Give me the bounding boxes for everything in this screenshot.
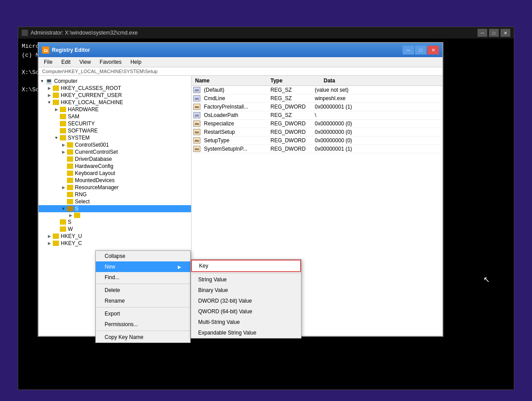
value-name: SetupType (202, 137, 269, 144)
value-type: REG_DWORD (269, 103, 313, 110)
folder-hardware (60, 107, 66, 112)
tree-mounted[interactable]: MountedDevices (39, 177, 191, 184)
cmd-minimize-button[interactable]: ─ (477, 29, 487, 37)
tree-w[interactable]: W (39, 226, 191, 233)
tree-rng[interactable]: RNG (39, 191, 191, 198)
tree-controlset001[interactable]: ▶ ControlSet001 (39, 141, 191, 148)
tree-system[interactable]: ▼ SYSTEM (39, 134, 191, 141)
submenu-dword[interactable]: DWORD (32-bit) Value (191, 296, 301, 306)
tree-s2[interactable]: S (39, 218, 191, 226)
menu-help[interactable]: Help (127, 58, 145, 66)
value-type: REG_SZ (269, 86, 313, 93)
tree-hklm[interactable]: ▼ HKEY_LOCAL_MACHINE (39, 99, 191, 106)
context-menu[interactable]: Collapse New ▶ Find... Delete Rename Exp… (95, 250, 191, 343)
tree-computer[interactable]: ▼ 💻 Computer (39, 78, 191, 85)
tree-hardware[interactable]: ▶ HARDWARE (39, 106, 191, 113)
ctx-collapse[interactable]: Collapse (96, 251, 190, 261)
menu-view[interactable]: View (76, 58, 94, 66)
ctx-find[interactable]: Find... (96, 272, 190, 283)
tree-resourcemgr[interactable]: ▶ ResourceManager (39, 184, 191, 191)
tree-label-w: W (68, 226, 73, 232)
tree-keyboard[interactable]: Keyboard Layout (39, 170, 191, 177)
tree-setup-child1[interactable]: ▶ (39, 212, 191, 218)
value-icon: ab (193, 87, 200, 93)
folder-mounted (67, 178, 73, 183)
tree-label-hklm: HKEY_LOCAL_MACHINE (61, 99, 123, 105)
tree-select[interactable]: Select (39, 198, 191, 205)
value-icon: dw (193, 104, 200, 110)
table-row[interactable]: ab (Default) REG_SZ (value not set) (192, 86, 442, 94)
tree-hkcc[interactable]: ▶ HKEY_C (39, 240, 191, 247)
table-row[interactable]: dw Respecialize REG_DWORD 0x00000000 (0) (192, 120, 442, 128)
table-row[interactable]: dw FactoryPreInstall... REG_DWORD 0x0000… (192, 103, 442, 111)
folder-hkcu (53, 93, 59, 98)
folder-driverdb (67, 156, 73, 162)
cmd-maximize-button[interactable]: □ (489, 29, 499, 37)
tree-label-rng: RNG (75, 191, 87, 198)
submenu-key[interactable]: Key (191, 260, 301, 272)
tree-driverdb[interactable]: DriverDatabase (39, 156, 191, 163)
tree-hkcu[interactable]: ▶ HKEY_CURRENT_USER (39, 92, 191, 99)
tree-label-setup: S (75, 206, 78, 212)
table-row[interactable]: dw SystemSetupInP... REG_DWORD 0x0000000… (192, 145, 442, 153)
folder-keyboard (67, 171, 73, 176)
table-row[interactable]: dw RestartSetup REG_DWORD 0x00000000 (0) (192, 128, 442, 136)
ctx-copy-key-name[interactable]: Copy Key Name (96, 332, 190, 343)
folder-ccs (67, 149, 73, 155)
value-data: 0x00000000 (0) (313, 120, 442, 127)
folder-cs001 (67, 142, 73, 148)
value-icon: dw (193, 146, 200, 152)
ctx-sep1 (96, 284, 190, 284)
ctx-new[interactable]: New ▶ (96, 261, 190, 272)
regedit-close-button[interactable]: ✕ (427, 46, 439, 55)
value-icon: dw (193, 129, 200, 135)
tree-label-ccs: CurrentControlSet (75, 149, 118, 155)
values-header: Name Type Data (192, 76, 442, 86)
regedit-minimize-button[interactable]: ─ (403, 46, 414, 55)
tree-hku[interactable]: ▶ HKEY_U (39, 233, 191, 240)
tree-arrow-sc1: ▶ (67, 213, 74, 218)
submenu-binary[interactable]: Binary Value (191, 285, 301, 296)
ctx-delete[interactable]: Delete (96, 285, 190, 296)
folder-system (60, 135, 66, 140)
tree-currentcontrolset[interactable]: ▶ CurrentControlSet (39, 148, 191, 156)
computer-icon: 💻 (46, 78, 52, 84)
value-type: REG_DWORD (269, 145, 313, 152)
table-row[interactable]: ab OsLoaderPath REG_SZ \ (192, 111, 442, 120)
tree-label-software: SOFTWARE (68, 128, 98, 134)
folder-software (60, 128, 66, 133)
tree-sam[interactable]: SAM (39, 113, 191, 120)
tree-setup-selected[interactable]: ▼ S (39, 205, 191, 212)
tree-software[interactable]: SOFTWARE (39, 127, 191, 134)
tree-label-system: SYSTEM (68, 135, 90, 141)
tree-computer-label: Computer (54, 78, 78, 84)
submenu-string[interactable]: String Value (191, 274, 301, 285)
folder-rng (67, 192, 73, 197)
value-type: REG_DWORD (269, 137, 313, 144)
ctx-permissions[interactable]: Permissions... (96, 319, 190, 330)
tree-hwconfig[interactable]: HardwareConfig (39, 163, 191, 170)
cmd-title: Administrator: X:\windows\system32\cmd.e… (31, 30, 137, 36)
cmd-close-button[interactable]: ✕ (501, 29, 510, 37)
menu-file[interactable]: File (40, 58, 56, 66)
tree-hkcr[interactable]: ▶ HKEY_CLASSES_ROOT (39, 85, 191, 92)
tree-label-hardware: HARDWARE (68, 106, 99, 113)
ctx-export[interactable]: Export (96, 308, 190, 319)
ctx-rename[interactable]: Rename (96, 296, 190, 306)
table-row[interactable]: dw SetupType REG_DWORD 0x00000000 (0) (192, 136, 442, 145)
submenu-qword[interactable]: QWORD (64-bit) Value (191, 306, 301, 317)
menu-favorites[interactable]: Favorites (96, 58, 125, 66)
folder-w (60, 226, 66, 232)
value-data: winpeshl.exe (313, 95, 442, 102)
menu-edit[interactable]: Edit (58, 58, 74, 66)
value-icon: dw (193, 121, 200, 127)
value-type: REG_DWORD (269, 128, 313, 136)
submenu-expandable[interactable]: Expandable String Value (191, 327, 301, 338)
table-row[interactable]: ab CmdLine REG_SZ winpeshl.exe (192, 94, 442, 103)
regedit-maximize-button[interactable]: □ (415, 46, 426, 55)
tree-security[interactable]: SECURITY (39, 120, 191, 127)
tree-arrow-computer: ▼ (39, 79, 46, 83)
submenu-multistring[interactable]: Multi-String Value (191, 317, 301, 327)
ctx-new-arrow: ▶ (178, 265, 181, 269)
submenu[interactable]: Key String Value Binary Value DWORD (32-… (191, 259, 301, 339)
